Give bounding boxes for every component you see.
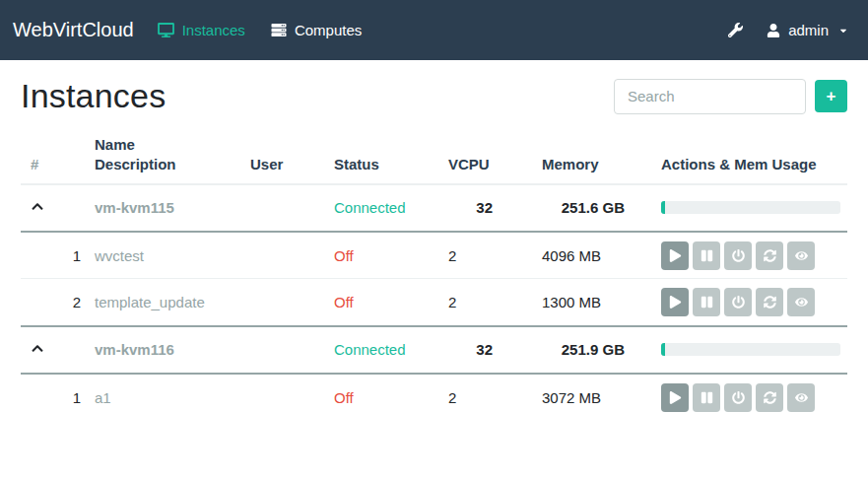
eye-icon bbox=[795, 249, 808, 262]
instance-status: Off bbox=[334, 389, 354, 406]
instances-table-container: # Name Description User Status VCPU Memo… bbox=[0, 129, 868, 421]
instance-vcpu: 2 bbox=[448, 374, 542, 421]
pause-button[interactable] bbox=[693, 241, 720, 270]
host-status: Connected bbox=[334, 341, 406, 358]
instance-memory: 1300 MB bbox=[542, 279, 661, 326]
instance-memory: 4096 MB bbox=[542, 232, 661, 279]
page-title: Instances bbox=[21, 77, 166, 115]
power-button[interactable] bbox=[724, 288, 752, 316]
console-button[interactable] bbox=[787, 288, 815, 316]
power-icon bbox=[732, 249, 745, 262]
server-icon bbox=[271, 23, 287, 37]
instance-index: 1 bbox=[21, 374, 95, 421]
refresh-button[interactable] bbox=[756, 383, 783, 412]
brand[interactable]: WebVirtCloud bbox=[13, 19, 134, 41]
power-button[interactable] bbox=[724, 241, 752, 270]
header-name-description: Name Description bbox=[95, 129, 250, 184]
navbar: WebVirtCloud Instances Computes admin bbox=[0, 0, 868, 60]
instance-actions bbox=[661, 241, 847, 270]
host-vcpu: 32 bbox=[448, 326, 542, 374]
host-status: Connected bbox=[334, 199, 406, 216]
header-actions: Actions & Mem Usage bbox=[661, 129, 847, 184]
host-memory: 251.6 GB bbox=[542, 184, 661, 232]
user-menu[interactable]: admin bbox=[767, 22, 848, 38]
refresh-icon bbox=[764, 296, 776, 309]
pause-icon bbox=[701, 296, 713, 309]
page-head: Instances + bbox=[0, 60, 868, 115]
desktop-icon bbox=[158, 23, 174, 37]
instance-name[interactable]: template_update bbox=[95, 294, 205, 310]
instance-row: 2 template_update Off 2 1300 MB bbox=[21, 279, 847, 326]
header-index: # bbox=[21, 129, 95, 184]
pause-button[interactable] bbox=[693, 383, 720, 412]
host-user bbox=[250, 184, 334, 232]
instance-user bbox=[250, 232, 334, 279]
nav-right: admin bbox=[728, 22, 848, 38]
host-row: vm-kvm116 Connected 32 251.9 GB bbox=[21, 326, 847, 374]
play-button[interactable] bbox=[661, 288, 689, 316]
nav-item-computes[interactable]: Computes bbox=[271, 22, 362, 38]
refresh-button[interactable] bbox=[756, 288, 783, 316]
search-input[interactable] bbox=[614, 79, 806, 114]
host-name: vm-kvm116 bbox=[95, 341, 174, 358]
header-memory: Memory bbox=[542, 129, 661, 184]
eye-icon bbox=[795, 296, 808, 309]
chevron-up-icon[interactable] bbox=[31, 200, 44, 213]
host-memory: 251.9 GB bbox=[542, 326, 661, 374]
power-icon bbox=[732, 296, 745, 309]
instance-name[interactable]: a1 bbox=[95, 389, 111, 406]
instances-table-body: vm-kvm115 Connected 32 251.6 GB 1 wvctes… bbox=[21, 184, 847, 421]
plus-icon: + bbox=[827, 88, 836, 104]
console-button[interactable] bbox=[787, 383, 815, 412]
host-row: vm-kvm115 Connected 32 251.6 GB bbox=[21, 184, 847, 232]
instances-table: # Name Description User Status VCPU Memo… bbox=[21, 129, 847, 421]
header-vcpu: VCPU bbox=[448, 129, 542, 184]
header-user: User bbox=[250, 129, 334, 184]
instance-index: 1 bbox=[21, 232, 95, 279]
play-icon bbox=[669, 391, 682, 404]
play-icon bbox=[669, 296, 682, 309]
pause-icon bbox=[701, 391, 713, 404]
host-user bbox=[250, 326, 334, 374]
instance-row: 1 wvctest Off 2 4096 MB bbox=[21, 232, 847, 279]
console-button[interactable] bbox=[787, 241, 815, 270]
caret-down-icon bbox=[838, 26, 848, 35]
instance-user bbox=[250, 374, 334, 421]
nav-items: Instances Computes bbox=[158, 22, 363, 38]
mem-usage-fill bbox=[661, 343, 665, 356]
chevron-up-icon[interactable] bbox=[31, 342, 44, 355]
eye-icon bbox=[795, 391, 808, 404]
instance-vcpu: 2 bbox=[448, 279, 542, 326]
refresh-button[interactable] bbox=[756, 241, 783, 270]
power-icon bbox=[732, 391, 745, 404]
header-description: Description bbox=[95, 155, 250, 174]
instance-user bbox=[250, 279, 334, 326]
host-name: vm-kvm115 bbox=[95, 199, 174, 216]
add-instance-button[interactable]: + bbox=[815, 80, 847, 112]
wrench-icon[interactable] bbox=[728, 23, 743, 37]
nav-item-instances[interactable]: Instances bbox=[158, 22, 245, 38]
header-status: Status bbox=[334, 129, 448, 184]
power-button[interactable] bbox=[724, 383, 752, 412]
instance-vcpu: 2 bbox=[448, 232, 542, 279]
play-icon bbox=[669, 249, 682, 262]
user-menu-label: admin bbox=[788, 22, 829, 38]
instance-name[interactable]: wvctest bbox=[95, 247, 144, 264]
pause-button[interactable] bbox=[693, 288, 720, 316]
play-button[interactable] bbox=[661, 383, 689, 412]
instance-row: 1 a1 Off 2 3072 MB bbox=[21, 374, 847, 421]
instance-status: Off bbox=[334, 294, 354, 310]
instance-index: 2 bbox=[21, 279, 95, 326]
user-icon bbox=[767, 24, 780, 37]
mem-usage-bar bbox=[661, 201, 840, 214]
instance-memory: 3072 MB bbox=[542, 374, 661, 421]
instance-actions bbox=[661, 288, 847, 316]
pause-icon bbox=[701, 249, 713, 262]
table-header-row: # Name Description User Status VCPU Memo… bbox=[21, 129, 847, 184]
header-name: Name bbox=[95, 135, 250, 155]
play-button[interactable] bbox=[661, 241, 689, 270]
mem-usage-bar bbox=[661, 343, 840, 356]
nav-item-computes-label: Computes bbox=[295, 22, 362, 38]
refresh-icon bbox=[764, 391, 776, 404]
instance-actions bbox=[661, 383, 847, 412]
